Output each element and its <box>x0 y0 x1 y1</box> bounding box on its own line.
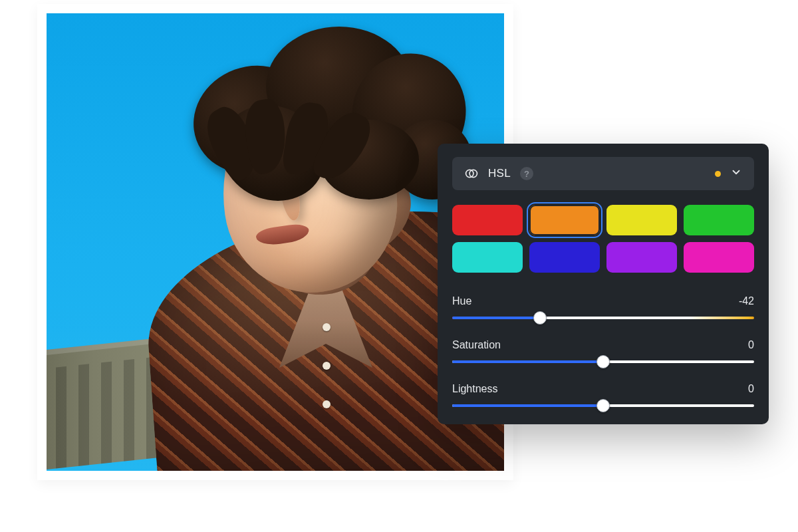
swatch-cyan[interactable] <box>452 242 523 273</box>
hue-slider-group: Hue -42 <box>452 295 754 319</box>
lightness-value: 0 <box>748 383 754 395</box>
saturation-label: Saturation <box>452 339 501 351</box>
lightness-label: Lightness <box>452 383 498 395</box>
lightness-slider[interactable] <box>452 404 754 407</box>
hair-fringe <box>213 106 366 186</box>
swatch-yellow[interactable] <box>606 205 677 235</box>
edited-photo <box>47 13 504 471</box>
swatch-purple[interactable] <box>606 242 677 273</box>
hue-value: -42 <box>739 295 754 307</box>
swatch-orange[interactable] <box>529 205 600 235</box>
hue-slider-thumb[interactable] <box>533 311 547 325</box>
help-icon[interactable]: ? <box>520 167 533 180</box>
saturation-slider-thumb[interactable] <box>597 355 610 368</box>
swatch-magenta[interactable] <box>684 242 754 273</box>
color-swatches <box>452 205 754 273</box>
chevron-down-icon[interactable] <box>730 166 742 181</box>
lightness-slider-fill <box>452 404 603 407</box>
hue-label: Hue <box>452 295 471 307</box>
swatch-green[interactable] <box>684 205 754 235</box>
lightness-slider-group: Lightness 0 <box>452 383 754 407</box>
hsl-panel-title: HSL <box>488 167 511 180</box>
hsl-panel: HSL ? Hue -42 Saturation 0 Lightness <box>438 144 769 424</box>
saturation-slider-group: Saturation 0 <box>452 339 754 363</box>
lightness-slider-thumb[interactable] <box>597 399 610 412</box>
saturation-value: 0 <box>748 339 754 351</box>
saturation-slider-fill <box>452 360 603 363</box>
swatch-red[interactable] <box>452 205 523 235</box>
swatch-blue[interactable] <box>529 242 600 273</box>
hue-slider-fill <box>452 317 540 319</box>
saturation-slider[interactable] <box>452 360 754 363</box>
status-dot <box>715 171 721 177</box>
hue-slider[interactable] <box>452 317 754 319</box>
hsl-panel-header[interactable]: HSL ? <box>452 157 754 190</box>
compare-icon <box>464 166 479 181</box>
shirt-buttons <box>323 285 331 431</box>
photo-subject <box>47 13 504 471</box>
